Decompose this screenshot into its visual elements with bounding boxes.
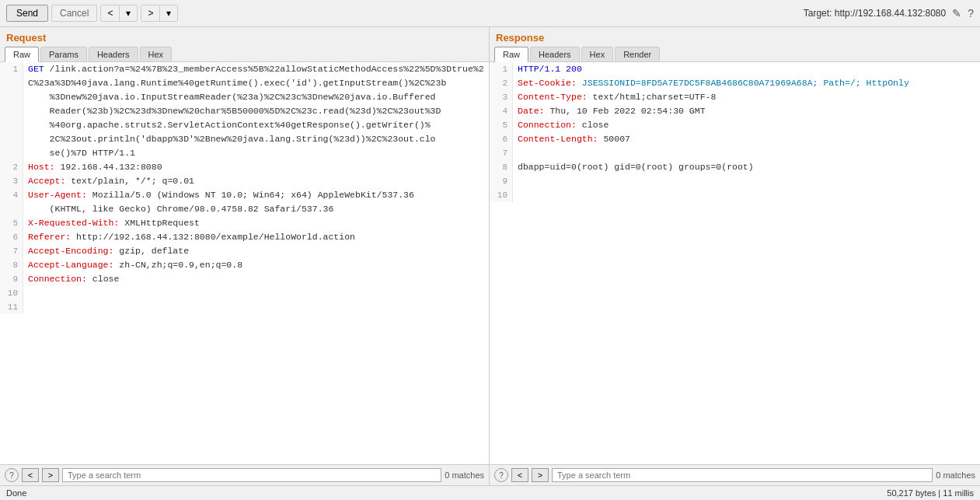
table-row: 1 HTTP/1.1 200 bbox=[490, 62, 980, 76]
back-dropdown-button[interactable]: ▾ bbox=[120, 5, 137, 21]
table-row: 5 X-Requested-With: XMLHttpRequest bbox=[0, 216, 489, 230]
tab-raw-request[interactable]: Raw bbox=[5, 47, 39, 62]
nav-forward-group: > ▾ bbox=[141, 5, 178, 22]
table-row: 1 GET /link.action?a=%24%7B%23_memberAcc… bbox=[0, 62, 489, 160]
response-search-input[interactable] bbox=[552, 468, 933, 482]
target-label: Target: http://192.168.44.132:8080 bbox=[804, 8, 946, 19]
table-row: 3 Content-Type: text/html;charset=UTF-8 bbox=[490, 90, 980, 104]
request-panel: Request Raw Params Headers Hex 1 GET /li… bbox=[0, 27, 490, 485]
tab-headers-response[interactable]: Headers bbox=[530, 47, 580, 61]
statusbar: Done 50,217 bytes | 11 millis bbox=[0, 485, 980, 500]
table-row: 2 Set-Cookie: JSESSIONID=8FD5A7E7DC5F8AB… bbox=[490, 76, 980, 90]
table-row: 3 Accept: text/plain, */*; q=0.01 bbox=[0, 174, 489, 188]
response-search-prev-button[interactable]: < bbox=[511, 468, 528, 482]
table-row: 6 Referer: http://192.168.44.132:8080/ex… bbox=[0, 230, 489, 244]
response-code-area[interactable]: 1 HTTP/1.1 200 2 Set-Cookie: JSESSIONID=… bbox=[490, 62, 980, 464]
request-lines: 1 GET /link.action?a=%24%7B%23_memberAcc… bbox=[0, 62, 489, 314]
response-search-help-button[interactable]: ? bbox=[494, 468, 508, 482]
table-row: 9 Connection: close bbox=[0, 272, 489, 286]
table-row: 4 User-Agent: Mozilla/5.0 (Windows NT 10… bbox=[0, 188, 489, 216]
response-search-bar: ? < > 0 matches bbox=[490, 464, 980, 485]
target-info: Target: http://192.168.44.132:8080 ✎ ? bbox=[804, 7, 974, 19]
request-search-help-button[interactable]: ? bbox=[5, 468, 19, 482]
request-search-bar: ? < > 0 matches bbox=[0, 464, 489, 485]
table-row: 8 Accept-Language: zh-CN,zh;q=0.9,en;q=0… bbox=[0, 258, 489, 272]
table-row: 10 bbox=[0, 286, 489, 300]
tab-hex-response[interactable]: Hex bbox=[581, 47, 614, 61]
table-row: 2 Host: 192.168.44.132:8080 bbox=[0, 160, 489, 174]
tab-params[interactable]: Params bbox=[40, 47, 87, 61]
request-match-count: 0 matches bbox=[445, 470, 484, 480]
help-icon[interactable]: ? bbox=[968, 7, 974, 19]
edit-icon[interactable]: ✎ bbox=[952, 7, 961, 19]
tab-render[interactable]: Render bbox=[615, 47, 660, 61]
response-panel: Response Raw Headers Hex Render 1 HTTP/1… bbox=[490, 27, 980, 485]
table-row: 7 Accept-Encoding: gzip, deflate bbox=[0, 244, 489, 258]
table-row: 8 dbapp=uid=0(root) gid=0(root) groups=0… bbox=[490, 160, 980, 174]
statusbar-left: Done bbox=[6, 488, 26, 498]
statusbar-right: 50,217 bytes | 11 millis bbox=[887, 488, 974, 498]
request-code-area[interactable]: 1 GET /link.action?a=%24%7B%23_memberAcc… bbox=[0, 62, 489, 464]
request-search-input[interactable] bbox=[62, 468, 441, 482]
table-row: 6 Content-Length: 50007 bbox=[490, 132, 980, 146]
forward-dropdown-button[interactable]: ▾ bbox=[160, 5, 177, 21]
main-content: Request Raw Params Headers Hex 1 GET /li… bbox=[0, 27, 980, 485]
send-button[interactable]: Send bbox=[6, 5, 48, 22]
tab-headers-request[interactable]: Headers bbox=[89, 47, 138, 61]
request-search-prev-button[interactable]: < bbox=[22, 468, 39, 482]
table-row: 9 bbox=[490, 174, 980, 188]
tab-hex-request[interactable]: Hex bbox=[140, 47, 173, 61]
table-row: 10 bbox=[490, 188, 980, 202]
table-row: 7 bbox=[490, 146, 980, 160]
forward-button[interactable]: > bbox=[141, 5, 160, 21]
request-search-next-button[interactable]: > bbox=[42, 468, 59, 482]
response-title: Response bbox=[490, 27, 980, 45]
toolbar: Send Cancel < ▾ > ▾ Target: http://192.1… bbox=[0, 0, 980, 27]
response-lines: 1 HTTP/1.1 200 2 Set-Cookie: JSESSIONID=… bbox=[490, 62, 980, 202]
response-search-next-button[interactable]: > bbox=[532, 468, 549, 482]
request-tab-bar: Raw Params Headers Hex bbox=[0, 45, 489, 62]
table-row: 11 bbox=[0, 300, 489, 314]
nav-back-group: < ▾ bbox=[100, 5, 138, 22]
table-row: 4 Date: Thu, 10 Feb 2022 02:54:30 GMT bbox=[490, 104, 980, 118]
table-row: 5 Connection: close bbox=[490, 118, 980, 132]
request-title: Request bbox=[0, 27, 489, 45]
back-button[interactable]: < bbox=[101, 5, 120, 21]
response-tab-bar: Raw Headers Hex Render bbox=[490, 45, 980, 62]
tab-raw-response[interactable]: Raw bbox=[494, 47, 528, 62]
cancel-button[interactable]: Cancel bbox=[51, 5, 97, 22]
response-match-count: 0 matches bbox=[936, 470, 975, 480]
